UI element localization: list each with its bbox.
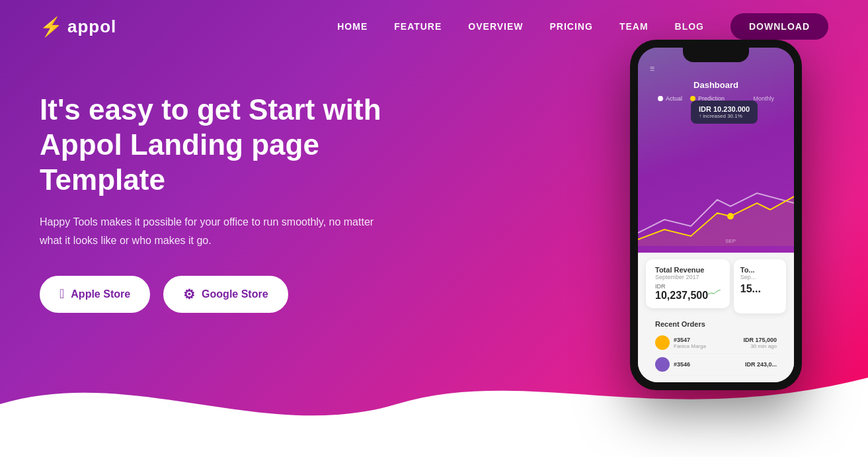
tooltip-amount: IDR 10.230.000 [699,105,750,113]
google-store-label: Google Store [202,288,268,300]
revenue-card-2: To... Sep... 15... [734,259,786,313]
apple-store-label: Apple Store [71,288,130,300]
nav-links: HOME FEATURE OVERVIEW PRICING TEAM BLOG … [337,13,828,40]
order-item-1: #3547 Fanica Marga IDR 175,000 30 min ag… [655,332,777,354]
apple-store-button[interactable]:  Apple Store [40,276,150,313]
order-right-2: IDR 243,0... [745,361,777,368]
nav-pricing[interactable]: PRICING [550,21,593,32]
order-left-1: #3547 Fanica Marga [655,335,706,350]
lightning-icon: ⚡ [40,16,63,38]
revenue-currency: IDR [655,283,708,290]
revenue-amount: 10,237,500 [655,290,708,302]
logo[interactable]: ⚡ appol [40,16,116,38]
hero-subtitle: Happy Tools makes it possible for your o… [40,213,397,249]
hero-section: ⚡ appol HOME FEATURE OVERVIEW PRICING TE… [0,0,868,457]
filter-label[interactable]: Monthly [753,95,774,102]
apple-icon:  [59,286,64,302]
svg-text:SEP: SEP [725,238,736,244]
brand-name: appol [67,17,116,37]
svg-point-1 [727,213,734,220]
phone-outer: ☰ Dashboard Actual Prediction Monthly [630,40,802,390]
android-icon: ⚙ [183,286,195,302]
order-amount-1: IDR 175,000 [743,337,777,343]
nav-blog[interactable]: BLOG [675,21,704,32]
order-id-2: #3546 [674,361,690,368]
order-right-1: IDR 175,000 30 min ago [743,337,777,349]
revenue-cards: Total Revenue September 2017 IDR 10,237,… [646,259,786,313]
nav-team[interactable]: TEAM [619,21,649,32]
tooltip-change: ↑ increased 30.1% [699,113,750,119]
phone-mockup: ☰ Dashboard Actual Prediction Monthly [630,40,815,390]
chart-svg: SEP [638,167,794,246]
hero-content: It's easy to get Start with Appol Landin… [0,53,436,313]
order-avatar-1 [655,335,670,350]
revenue-card-1: Total Revenue September 2017 IDR 10,237,… [646,259,730,308]
trend-chart [708,284,721,300]
order-avatar-2 [655,357,670,372]
dashboard-title: Dashboard [647,77,785,90]
order-amount-2: IDR 243,0... [745,361,777,368]
orders-section: Recent Orders #3547 Fanica Marga IDR 17 [646,320,786,376]
phone-notch [683,48,749,62]
phone-bottom: Total Revenue September 2017 IDR 10,237,… [638,253,794,382]
hero-title: It's easy to get Start with Appol Landin… [40,93,397,197]
order-time-1: 30 min ago [743,343,777,349]
download-button[interactable]: DOWNLOAD [730,13,828,40]
revenue-row: IDR 10,237,500 [655,283,721,302]
order-left-2: #3546 [655,357,690,372]
actual-dot [658,96,663,101]
revenue-title: Total Revenue [655,266,721,274]
phone-screen: ☰ Dashboard Actual Prediction Monthly [638,48,794,382]
order-item-2: #3546 IDR 243,0... [655,354,777,376]
orders-title: Recent Orders [655,320,777,328]
revenue-period: September 2017 [655,274,721,280]
order-name-1: Fanica Marga [674,343,706,349]
chart-tooltip: IDR 10.230.000 ↑ increased 30.1% [691,101,758,124]
store-buttons:  Apple Store ⚙ Google Store [40,276,397,313]
nav-feature[interactable]: FEATURE [394,21,442,32]
legend-actual: Actual [658,95,682,102]
nav-overview[interactable]: OVERVIEW [468,21,523,32]
google-store-button[interactable]: ⚙ Google Store [163,276,288,313]
order-id-1: #3547 [674,337,706,343]
nav-home[interactable]: HOME [337,21,368,32]
